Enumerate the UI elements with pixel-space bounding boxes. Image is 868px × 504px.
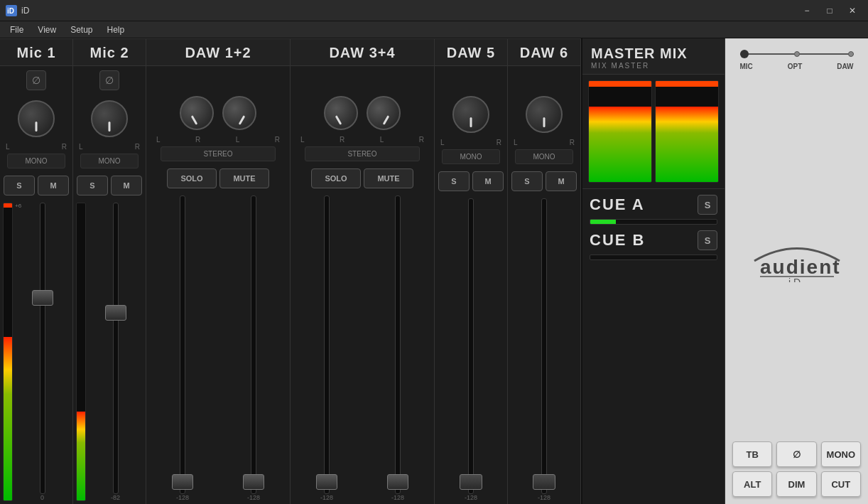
daw6-fader-rail	[541, 198, 547, 494]
daw6-solo-btn[interactable]: S	[511, 171, 543, 191]
daw5-fader-thumb[interactable]	[460, 474, 482, 490]
daw6-knob-control[interactable]	[526, 96, 563, 133]
daw34-knob-l1-control[interactable]	[324, 96, 358, 130]
daw34-pan-l1: L	[300, 136, 305, 144]
source-knob-opt[interactable]	[794, 51, 800, 57]
cut-button[interactable]: CUT	[821, 471, 861, 497]
cue-a-s-btn[interactable]: S	[698, 195, 717, 215]
daw34-knob-l1	[324, 96, 358, 130]
daw34-pan-labels: L R L R	[298, 136, 427, 144]
mic2-fader-rail	[113, 203, 119, 494]
daw34-fader-right: -128	[364, 195, 431, 501]
cue-b-s-btn[interactable]: S	[698, 230, 717, 250]
daw6-fader-thumb[interactable]	[533, 474, 555, 490]
mic2-pan-r: R	[135, 143, 140, 151]
master-fader-section	[582, 75, 725, 188]
tb-button[interactable]: TB	[732, 441, 772, 467]
daw5-pan-l: L	[440, 139, 445, 146]
mic2-solo-btn[interactable]: S	[77, 176, 108, 195]
daw6-name: DAW 6	[520, 45, 568, 60]
source-selector-container: MIC OPT DAW	[732, 47, 861, 70]
daw12-knob-r1-control[interactable]	[222, 96, 256, 130]
daw12-fader-thumb-r[interactable]	[243, 474, 264, 490]
daw12-fader-value-r: -128	[247, 494, 260, 501]
daw6-mute-btn[interactable]: M	[546, 171, 577, 191]
daw12-name: DAW 1+2	[185, 45, 251, 60]
cue-b-meter	[590, 254, 717, 260]
daw6-fader-area: -128	[508, 195, 580, 504]
daw34-sm-row: SOLO MUTE	[291, 164, 434, 193]
daw6-pan-r: R	[570, 139, 575, 146]
source-label-daw: DAW	[837, 63, 853, 70]
daw34-name: DAW 3+4	[329, 45, 395, 60]
daw5-knob-control[interactable]	[452, 96, 489, 133]
mic2-phase-btn[interactable]: ∅	[99, 70, 119, 90]
phase-button[interactable]: ∅	[776, 441, 816, 467]
daw6-mode: MONO	[515, 149, 573, 164]
daw12-fader-thumb-l[interactable]	[172, 474, 193, 490]
master-vu-bar-left	[589, 107, 651, 183]
mic2-mute-btn[interactable]: M	[111, 176, 142, 195]
daw5-sm-row: S M	[435, 167, 507, 195]
daw34-fader-thumb-l[interactable]	[316, 474, 337, 490]
mic2-fader-thumb[interactable]	[105, 305, 126, 321]
channel-daw6: DAW 6 L R MONO S M	[508, 39, 581, 504]
daw12-mute-btn[interactable]: MUTE	[219, 168, 269, 188]
channel-mic2: Mic 2 ∅ L R MONO S M	[73, 39, 146, 504]
menu-view[interactable]: View	[31, 23, 63, 36]
menu-help[interactable]: Help	[100, 23, 132, 36]
daw12-pan-l1: L	[156, 136, 161, 144]
daw5-pan-r: R	[497, 139, 501, 146]
close-button[interactable]: ✕	[842, 4, 862, 18]
mic1-solo-btn[interactable]: S	[4, 176, 35, 195]
mic1-fader-thumb[interactable]	[32, 290, 53, 306]
daw34-knob-r1	[367, 96, 401, 130]
daw34-knob-r1-control[interactable]	[367, 96, 401, 130]
mic1-vu-clip	[4, 203, 12, 208]
mic1-name: Mic 1	[16, 45, 55, 60]
daw5-mute-btn[interactable]: M	[472, 171, 504, 191]
alt-button[interactable]: ALT	[732, 471, 772, 497]
svg-text:iD: iD	[788, 277, 803, 282]
daw34-fader-thumb-r[interactable]	[387, 474, 408, 490]
daw6-fader-container: -128	[511, 198, 577, 501]
mic1-knobs-row	[0, 95, 72, 143]
daw12-knob-l1-control[interactable]	[180, 96, 214, 130]
daw34-fader-value-l: -128	[320, 494, 333, 501]
mic2-knob-l-control[interactable]	[91, 100, 128, 137]
mic1-knob-l-control[interactable]	[18, 100, 55, 137]
mic1-phase-btn[interactable]: ∅	[26, 70, 46, 90]
daw12-solo-btn[interactable]: SOLO	[167, 168, 217, 188]
master-vu-clip-left	[589, 81, 651, 87]
mic2-sm-row: S M	[73, 171, 146, 200]
daw12-sm-row: SOLO MUTE	[146, 164, 290, 193]
daw34-fader-area: -128 -128	[291, 193, 434, 504]
daw12-mode: STEREO	[161, 146, 276, 161]
mic2-knobs-row	[73, 95, 146, 143]
menu-file[interactable]: File	[3, 23, 31, 36]
mic2-mode: MONO	[80, 154, 139, 168]
source-knob-mic[interactable]	[740, 50, 749, 58]
daw12-header: DAW 1+2	[146, 39, 290, 66]
daw34-mute-btn[interactable]: MUTE	[364, 168, 413, 188]
minimize-button[interactable]: −	[797, 4, 817, 18]
daw34-solo-btn[interactable]: SOLO	[311, 168, 361, 188]
menu-setup[interactable]: Setup	[63, 23, 99, 36]
daw12-knob-l1	[180, 96, 214, 130]
btn-row-2: ALT DIM CUT	[732, 471, 861, 497]
maximize-button[interactable]: □	[820, 4, 840, 18]
daw12-pan-l2: L	[236, 136, 240, 144]
source-knob-daw[interactable]	[848, 51, 854, 57]
master-vu-right	[655, 80, 719, 183]
master-panel: MASTER MIX MIX MASTER CUE A S	[582, 38, 725, 504]
mic1-mode: MONO	[7, 154, 65, 168]
cue-b-row: CUE B S	[590, 230, 717, 250]
dim-button[interactable]: DIM	[776, 471, 816, 497]
cue-a-meter	[590, 219, 717, 225]
svg-text:iD: iD	[7, 7, 14, 15]
mono-button[interactable]: MONO	[821, 441, 861, 467]
menu-bar: File View Setup Help	[0, 21, 868, 38]
mic1-mute-btn[interactable]: M	[38, 176, 69, 195]
logo-area: audient iD	[740, 73, 854, 434]
daw5-solo-btn[interactable]: S	[438, 171, 470, 191]
